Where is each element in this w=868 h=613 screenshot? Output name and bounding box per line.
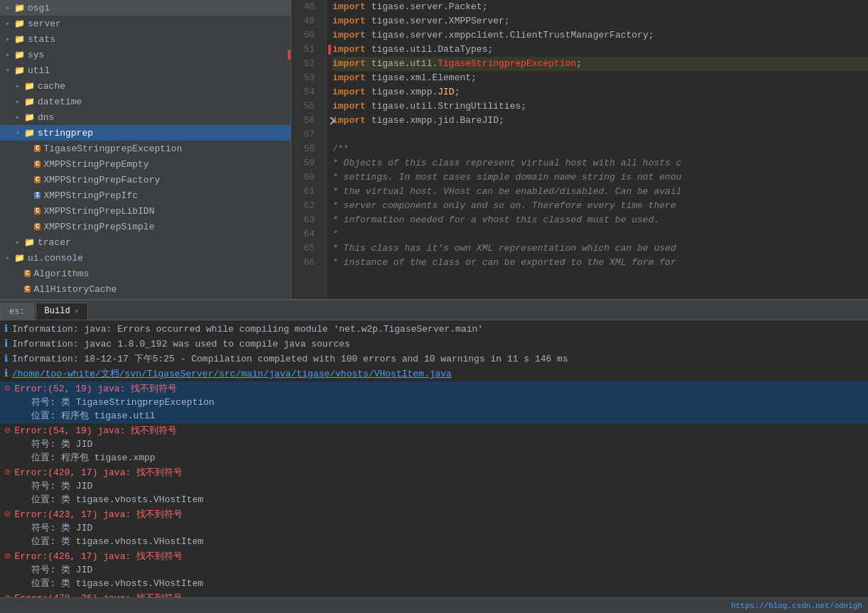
log-error-3[interactable]: ⊘ Error:(420, 17) java: 找不到符号 符号: 类 JID … <box>0 465 868 507</box>
comment-line: * Objects of this class represent virtua… <box>332 156 681 170</box>
sidebar-item-label: tracer <box>38 237 71 248</box>
error-main-text: Error:(54, 19) java: 找不到符号 <box>14 424 177 438</box>
sidebar-item-label: datetime <box>38 97 82 107</box>
log-info-3: ℹ Information: 18-12-17 下午5:25 - Compila… <box>0 352 868 367</box>
line-num-55: 55 <box>291 99 320 114</box>
folder-icon: 📁 <box>24 81 35 92</box>
class-c-icon: C <box>34 223 40 230</box>
info-icon: ℹ <box>4 337 8 351</box>
code-line-65: * This class has it's own XML representa… <box>332 242 868 256</box>
code-line-51: import tigase.util.DataTypes; <box>332 43 868 57</box>
sidebar-item-label: TigaseStringprepException <box>43 143 182 154</box>
arrow-icon <box>6 66 14 75</box>
log-path: ℹ /home/too-white/文档/svn/TigaseServer/sr… <box>0 367 868 381</box>
sidebar-item-ui-console[interactable]: 📁 ui.console <box>0 250 291 266</box>
keyword-import: import <box>332 114 366 128</box>
log-error-6[interactable]: ⊘ Error:(478, 26) java: 找不到符号 符号: 类 JID … <box>0 591 868 597</box>
line-num-58: 58 <box>291 142 320 156</box>
code-line-53: import tigase.xml.Element; <box>332 71 868 85</box>
log-error-1[interactable]: ⊘ Error:(52, 19) java: 找不到符号 符号: 类 Tigas… <box>0 381 868 423</box>
class-c-icon: C <box>34 161 40 168</box>
sidebar-item-label: ui.console <box>28 253 83 264</box>
error-block-4: Error:(423, 17) java: 找不到符号 符号: 类 JID 位置… <box>14 508 203 548</box>
sidebar-item-dns[interactable]: 📁 dns <box>0 109 291 125</box>
code-line-48: import tigase.server.Packet; <box>332 0 868 14</box>
sidebar-item-xmppstringprepifc[interactable]: I XMPPStringPrepIfc <box>0 188 291 203</box>
sidebar-item-sys[interactable]: 📁 sys <box>0 47 291 63</box>
folder-icon: 📁 <box>24 128 35 139</box>
error-block-6: Error:(478, 26) java: 找不到符号 符号: 类 JID 位置… <box>14 592 203 597</box>
sidebar-item-tigasestringprepexception[interactable]: C TigaseStringprepException <box>0 141 291 156</box>
code-text: tigase.util.DataTypes; <box>371 43 494 57</box>
editor-content: 48 49 50 51 52 53 54 55 56 57 58 59 60 6… <box>291 0 868 299</box>
sidebar-item-xmppstringprepsimple[interactable]: C XMPPStringPrepSimple <box>0 219 291 234</box>
sidebar-item-cache[interactable]: 📁 cache <box>0 78 291 94</box>
sidebar-item-stringprep[interactable]: 📁 stringprep <box>0 125 291 141</box>
code-text: tigase.xml.Element; <box>371 71 477 85</box>
code-line-60: * settings. In most cases simple domain … <box>332 170 868 185</box>
keyword-import: import <box>332 14 366 28</box>
sidebar-item-label: sys <box>28 50 44 60</box>
sidebar-item-stats[interactable]: 📁 stats <box>0 31 291 47</box>
arrow-icon <box>16 129 24 137</box>
sidebar-item-xmppstringprepfactory[interactable]: C XMPPStringPrepFactory <box>0 172 291 188</box>
arrow-icon <box>6 4 14 12</box>
sidebar-item-label: util <box>28 65 50 76</box>
file-tree-sidebar: 📁 osgi 📁 server 📁 stats 📁 sys 📁 util <box>0 0 291 299</box>
file-path-link[interactable]: /home/too-white/文档/svn/TigaseServer/src/… <box>12 367 452 381</box>
code-line-52: import tigase.util.TigaseStringprepExcep… <box>332 57 868 71</box>
code-line-55: import tigase.util.StringUtilities; <box>332 99 868 114</box>
sidebar-item-tracer[interactable]: 📁 tracer <box>0 234 291 250</box>
sidebar-item-algorithms[interactable]: C Algorithms <box>0 266 291 281</box>
sidebar-item-datetime[interactable]: 📁 datetime <box>0 94 291 109</box>
class-i-icon: I <box>34 192 40 199</box>
code-line-56: import tigase.xmpp.jid.BareJID; <box>332 114 868 128</box>
sidebar-item-xmppstringprepelibn[interactable]: C XMPPStringPrepLibIDN <box>0 203 291 219</box>
sidebar-item-util[interactable]: 📁 util <box>0 63 291 78</box>
line-num-64: 64 <box>291 227 320 242</box>
error-sub2: 位置: 类 tigase.vhosts.VHostItem <box>14 535 203 548</box>
info-icon: ℹ <box>4 367 8 381</box>
log-error-2[interactable]: ⊘ Error:(54, 19) java: 找不到符号 符号: 类 JID 位… <box>0 423 868 465</box>
sidebar-item-osgi[interactable]: 📁 osgi <box>0 0 291 16</box>
folder-icon: 📁 <box>14 34 25 45</box>
code-text: tigase.xmpp.jid.BareJID; <box>371 114 504 128</box>
error-icon: ⊘ <box>4 592 10 597</box>
sidebar-item-xmppstringprepempty[interactable]: C XMPPStringPrepEmpty <box>0 156 291 172</box>
sidebar-item-server[interactable]: 📁 server <box>0 16 291 31</box>
log-text: Information: javac 1.8.0_192 was used to… <box>12 337 350 351</box>
line-num-57: 57 <box>291 128 320 142</box>
line-num-54: 54 <box>291 85 320 99</box>
folder-icon: 📁 <box>14 253 25 264</box>
tab-build[interactable]: Build ✕ <box>36 303 88 320</box>
code-text: tigase.xmpp. <box>371 85 438 99</box>
log-info-2: ℹ Information: javac 1.8.0_192 was used … <box>0 337 868 352</box>
sidebar-item-label: AllHistoryCache <box>33 284 116 295</box>
comment-line: * the virtual host. VHost can be enabled… <box>332 185 681 199</box>
arrow-icon <box>6 50 14 59</box>
sidebar-item-label: stringprep <box>38 128 93 139</box>
arrow-icon <box>6 19 14 28</box>
tab-es[interactable]: es: <box>0 303 34 320</box>
class-c-icon: C <box>24 270 31 277</box>
log-error-5[interactable]: ⊘ Error:(426, 17) java: 找不到符号 符号: 类 JID … <box>0 549 868 591</box>
sidebar-item-label: XMPPStringPrepLibIDN <box>43 206 154 217</box>
line-num-62: 62 <box>291 199 320 213</box>
tab-close-icon[interactable]: ✕ <box>75 307 79 315</box>
code-line-58: /** <box>332 142 868 156</box>
error-block-5: Error:(426, 17) java: 找不到符号 符号: 类 JID 位置… <box>14 550 203 590</box>
log-error-4[interactable]: ⊘ Error:(423, 17) java: 找不到符号 符号: 类 JID … <box>0 507 868 549</box>
tab-label: Build <box>45 306 70 316</box>
line-num-63: 63 <box>291 213 320 227</box>
class-c-icon: C <box>24 286 31 293</box>
error-block-3: Error:(420, 17) java: 找不到符号 符号: 类 JID 位置… <box>14 466 203 506</box>
error-class-name: TigaseStringprepException <box>438 57 576 71</box>
keyword-import: import <box>332 28 366 43</box>
sidebar-item-allhistorycache[interactable]: C AllHistoryCache <box>0 281 291 297</box>
comment-line: * server components only and so on. Ther… <box>332 199 676 213</box>
code-line-63: * information needed for a vhost this cl… <box>332 213 868 227</box>
code-line-59: * Objects of this class represent virtua… <box>332 156 868 170</box>
log-info-1: ℹ Information: java: Errors occurred whi… <box>0 322 868 337</box>
arrow-icon <box>6 254 14 262</box>
tab-label: es: <box>9 307 25 317</box>
